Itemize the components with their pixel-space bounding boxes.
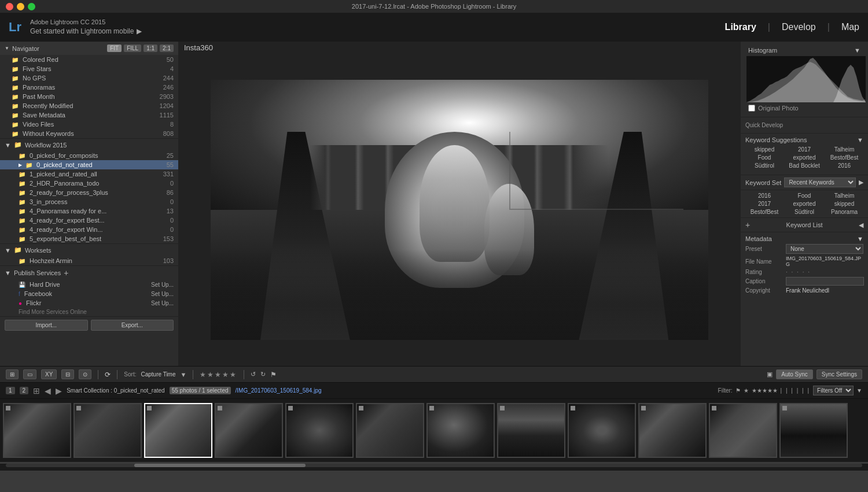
minimize-button[interactable] [17, 3, 24, 10]
keyword-set-dropdown[interactable]: Recent Keywords [784, 177, 856, 187]
keyword-exported[interactable]: exported [785, 154, 823, 161]
sidebar-item-colored-red[interactable]: 📁 Colored Red 50 [0, 55, 178, 64]
nav-1-1-btn[interactable]: 1:1 [144, 45, 157, 52]
keyword-skipped[interactable]: skipped [745, 146, 784, 153]
film-thumb-4[interactable] [215, 403, 283, 458]
sidebar-item-video-files[interactable]: 📁 Video Files 8 [0, 120, 178, 129]
sort-arrow-icon[interactable]: ▼ [181, 371, 187, 378]
kw-bestofbest[interactable]: BestofBest [745, 209, 784, 215]
nav-2-1-btn[interactable]: 2:1 [160, 45, 174, 52]
nav-library[interactable]: Library [725, 22, 756, 32]
keyword-food[interactable]: Food [745, 154, 784, 161]
sidebar-item-past-month[interactable]: 📁 Past Month 2903 [0, 92, 178, 101]
film-thumb-8[interactable] [497, 403, 565, 458]
sidebar-item-panoramas-export[interactable]: 📁 4_Panoramas ready for e... 13 [0, 206, 178, 216]
sidebar-item-exported-best[interactable]: 📁 5_exported_best_of_best 153 [0, 234, 178, 243]
filmstrip-num-2[interactable]: 2 [20, 387, 29, 394]
nav-next-icon[interactable]: ▶ [56, 386, 62, 395]
plus-keyword-icon[interactable]: + [745, 220, 750, 230]
sidebar-item-ready-export-win[interactable]: 📁 4_ready_for_export Win... 0 [0, 225, 178, 234]
sidebar-item-without-keywords[interactable]: 📁 Without Keywords 808 [0, 129, 178, 138]
view-compare-btn[interactable]: XY [41, 369, 57, 379]
kw-2016[interactable]: 2016 [745, 193, 784, 199]
sidebar-item-facebook[interactable]: f Facebook Set Up... [0, 289, 178, 298]
sync-settings-btn[interactable]: Sync Settings [816, 369, 862, 379]
histogram-menu-icon[interactable]: ▼ [854, 47, 860, 54]
rotate-right-icon[interactable]: ↻ [260, 371, 266, 378]
view-loupe-btn[interactable]: ▭ [23, 369, 36, 379]
keyword-bestofbest[interactable]: BestofBest [825, 154, 863, 161]
nav-prev-icon[interactable]: ◀ [45, 386, 51, 395]
sort-value[interactable]: Capture Time [141, 371, 175, 378]
film-thumb-3[interactable] [144, 403, 212, 458]
filmstrip-filename[interactable]: /IMG_20170603_150619_584.jpg [236, 387, 322, 394]
kw-sudtirol[interactable]: Südtirol [785, 209, 823, 215]
kw-food[interactable]: Food [785, 193, 823, 199]
kw-panorama[interactable]: Panorama [825, 209, 863, 215]
close-button[interactable] [6, 3, 13, 10]
flag-icon[interactable]: ⚑ [270, 371, 277, 379]
filters-off-dropdown[interactable]: Filters Off [813, 386, 854, 395]
keyword-2016[interactable]: 2016 [825, 162, 863, 169]
rating-filter-stars[interactable]: ★★★★★ [200, 371, 237, 379]
filmstrip-scrollbar[interactable] [0, 464, 868, 471]
panel-toggle-icon[interactable]: ▣ [767, 371, 773, 378]
sidebar-item-hochzeit-armin[interactable]: 📁 Hochzeit Armin 103 [0, 256, 178, 265]
preset-dropdown[interactable]: None [786, 244, 863, 254]
sidebar-item-ready-export-best[interactable]: 📁 4_ready_for_export Best... 0 [0, 216, 178, 225]
sidebar-item-five-stars[interactable]: 📁 Five Stars 4 [0, 64, 178, 73]
worksets-section-header[interactable]: ▼ 📁 Worksets [0, 243, 178, 256]
filter-dropdown-arrow[interactable]: ▼ [856, 387, 862, 394]
export-button[interactable]: Export... [91, 320, 174, 331]
filmstrip-num-1[interactable]: 1 [6, 387, 15, 394]
sidebar-item-picked-rated-all[interactable]: 📁 1_picked_and_rated_all 331 [0, 169, 178, 179]
sidebar-item-hard-drive[interactable]: 💾 Hard Drive Set Up... [0, 280, 178, 289]
keyword-2017[interactable]: 2017 [785, 146, 823, 153]
film-thumb-9[interactable] [568, 403, 636, 458]
sidebar-item-no-gps[interactable]: 📁 No GPS 244 [0, 73, 178, 83]
film-thumb-2[interactable] [73, 403, 142, 458]
sidebar-item-hdr-panorama[interactable]: 📁 2_HDR_Panorama_todo 0 [0, 179, 178, 188]
film-thumb-1[interactable] [3, 403, 71, 458]
scroll-thumb[interactable] [134, 464, 306, 467]
sidebar-item-recently-modified[interactable]: 📁 Recently Modified 1204 [0, 101, 178, 110]
keyword-talheim[interactable]: Talheim [825, 146, 863, 153]
keyword-suggestions-menu-icon[interactable]: ▼ [857, 136, 863, 143]
keyword-sudtirol[interactable]: Südtirol [745, 162, 784, 169]
filter-extra-icons[interactable]: | | | | | | [781, 387, 810, 394]
filter-flag-icon[interactable]: ⚑ [735, 387, 741, 394]
maximize-button[interactable] [28, 3, 35, 10]
sidebar-item-flickr[interactable]: ● Flickr Set Up... [0, 298, 178, 308]
nav-map[interactable]: Map [841, 22, 859, 32]
rotate-left-icon[interactable]: ↺ [251, 371, 256, 378]
keyword-bad-bocklet[interactable]: Bad Bocklet [785, 162, 823, 169]
kw-talheim[interactable]: Talheim [825, 193, 863, 199]
film-thumb-7[interactable] [426, 403, 495, 458]
caption-input[interactable] [786, 277, 864, 286]
kw-skipped[interactable]: skipped [825, 201, 863, 207]
view-grid-btn[interactable]: ⊞ [6, 369, 19, 379]
photo-viewer[interactable] [178, 54, 741, 366]
film-thumb-11[interactable] [709, 403, 777, 458]
sidebar-item-panoramas[interactable]: 📁 Panoramas 246 [0, 83, 178, 92]
view-people-btn[interactable]: ⊙ [79, 369, 91, 379]
filter-stars-row[interactable]: ★★★★★ [752, 387, 778, 394]
add-publish-service-btn[interactable]: + [64, 268, 68, 278]
nav-fit-btn[interactable]: FIT [107, 45, 122, 52]
original-photo-checkbox[interactable] [748, 105, 755, 112]
kw-exported[interactable]: exported [785, 201, 823, 207]
view-survey-btn[interactable]: ⊟ [61, 369, 74, 379]
sidebar-item-in-process[interactable]: 📁 3_in_process 0 [0, 197, 178, 206]
publish-services-header[interactable]: ▼ Publish Services + [0, 265, 178, 280]
sidebar-item-ready-process[interactable]: 📁 2_ready_for_process_3plus 86 [0, 188, 178, 197]
spray-icon[interactable]: ⟳ [105, 371, 111, 379]
filter-star-icon[interactable]: ★ [744, 387, 749, 394]
grid-view-icon[interactable]: ⊞ [33, 386, 40, 395]
rating-value[interactable]: · · · · · [786, 269, 811, 275]
navigator-header[interactable]: ▼ Navigator FIT FILL 1:1 2:1 [0, 42, 178, 55]
film-thumb-5[interactable] [285, 403, 354, 458]
sidebar-item-find-more-services[interactable]: Find More Services Online [0, 308, 178, 316]
film-thumb-6[interactable] [356, 403, 424, 458]
film-thumb-12[interactable] [779, 403, 848, 458]
film-thumb-10[interactable] [638, 403, 707, 458]
